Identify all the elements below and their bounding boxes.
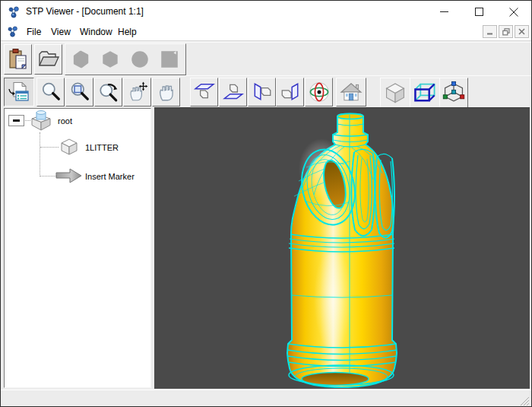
sphere-icon xyxy=(129,49,150,70)
menu-help[interactable]: Help xyxy=(115,26,140,38)
zoom-dynamic-icon xyxy=(98,81,119,103)
toolbar-view xyxy=(1,75,531,107)
rotate-hand-button[interactable] xyxy=(152,78,180,107)
caption-buttons xyxy=(426,1,531,23)
close-icon xyxy=(509,8,518,17)
menu-view[interactable]: View xyxy=(48,26,74,38)
model-tree-toggle-button[interactable] xyxy=(4,78,34,107)
titlebar: STP Viewer - [Document 1:1] xyxy=(1,1,531,23)
model-tree-panel: root 1LITTER Insert Marker xyxy=(4,108,151,388)
view-left-icon xyxy=(252,81,273,103)
view-bottom-button[interactable] xyxy=(219,78,247,107)
viewport-3d[interactable] xyxy=(154,107,530,389)
mdi-close-icon xyxy=(518,28,525,35)
mdi-restore-icon xyxy=(502,28,510,36)
mdi-minimize-icon xyxy=(486,28,493,35)
solid-shaded-button xyxy=(66,45,94,74)
tree-item-root[interactable]: root xyxy=(58,116,72,126)
solid-shaded-icon xyxy=(70,49,91,70)
statusbar xyxy=(1,390,531,407)
sphere-button xyxy=(125,45,154,74)
document-icon xyxy=(7,26,18,37)
plane-icon xyxy=(159,49,180,70)
view-bottom-icon xyxy=(223,81,244,103)
zoom-window-button[interactable] xyxy=(65,78,93,107)
close-button[interactable] xyxy=(496,1,531,23)
tree-expander-root[interactable] xyxy=(8,115,24,126)
menu-window[interactable]: Window xyxy=(77,26,116,38)
home-view-button[interactable] xyxy=(336,78,366,107)
model-tree-toggle-icon xyxy=(8,81,30,103)
view-left-button[interactable] xyxy=(248,78,276,107)
wireframe-mode-icon xyxy=(413,81,437,105)
mdi-close-button[interactable] xyxy=(515,25,529,38)
view-right-icon xyxy=(280,81,301,103)
rotate-hand-icon xyxy=(156,81,177,103)
open-file-icon xyxy=(37,49,60,69)
app-icon xyxy=(8,6,20,18)
orbit-button[interactable] xyxy=(305,78,333,107)
solid-box-button xyxy=(96,45,124,74)
toolbar-standard xyxy=(1,42,531,75)
mdi-minimize-button[interactable] xyxy=(483,25,497,38)
minimize-icon xyxy=(440,8,448,16)
wireframe-mode-button[interactable] xyxy=(410,78,440,108)
view-top-icon xyxy=(194,81,215,103)
pan-icon xyxy=(127,81,148,103)
app-window: STP Viewer - [Document 1:1] xyxy=(0,0,532,407)
window-title: STP Viewer - [Document 1:1] xyxy=(26,6,144,17)
menubar: File View Window Help xyxy=(1,23,531,41)
insert-marker-icon xyxy=(55,167,84,185)
zoom-dynamic-button[interactable] xyxy=(94,78,122,107)
resize-grip[interactable] xyxy=(520,396,530,406)
maximize-icon xyxy=(475,8,483,16)
disabled-display-group xyxy=(65,43,186,75)
part-icon xyxy=(59,136,80,157)
tree-item-insert-marker[interactable]: Insert Marker xyxy=(85,172,135,181)
zoom-button[interactable] xyxy=(36,78,65,107)
tree-item-1litter[interactable]: 1LITTER xyxy=(85,143,119,152)
plane-button xyxy=(155,45,183,74)
tree-connector xyxy=(40,132,40,176)
orbit-icon xyxy=(308,81,331,103)
minimize-button[interactable] xyxy=(426,1,461,23)
bottle-model xyxy=(154,108,530,390)
open-file-button[interactable] xyxy=(34,44,62,75)
paste-icon xyxy=(8,48,29,71)
view-right-button[interactable] xyxy=(276,78,304,107)
axonometric-view-icon xyxy=(442,81,466,105)
assembly-icon xyxy=(30,110,52,132)
tree-connector xyxy=(40,176,56,176)
mdi-window-controls xyxy=(483,25,529,38)
view-top-button[interactable] xyxy=(190,78,218,107)
tree-connector xyxy=(40,147,59,148)
zoom-icon xyxy=(40,81,62,103)
menu-file[interactable]: File xyxy=(24,26,44,38)
main-area: root 1LITTER Insert Marker xyxy=(1,107,531,390)
maximize-button[interactable] xyxy=(461,1,496,23)
mdi-restore-button[interactable] xyxy=(499,25,513,38)
shaded-mode-button[interactable] xyxy=(380,78,410,108)
solid-box-icon xyxy=(100,49,121,70)
shaded-mode-icon xyxy=(383,81,407,105)
paste-button[interactable] xyxy=(4,44,32,75)
pan-button[interactable] xyxy=(123,78,151,107)
home-view-icon xyxy=(340,81,363,103)
zoom-window-icon xyxy=(69,81,90,103)
axonometric-view-button[interactable] xyxy=(439,78,468,108)
